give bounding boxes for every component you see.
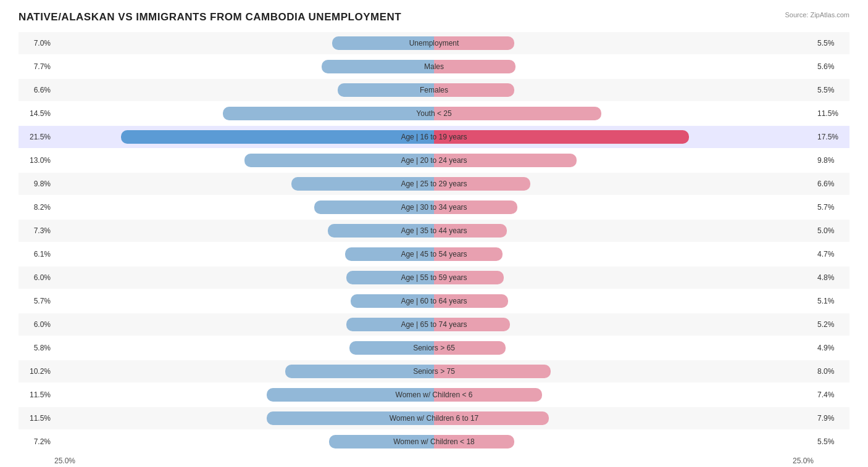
bar-right-value: 11.5% [814, 109, 849, 118]
native-bar [351, 294, 434, 308]
native-bar [346, 318, 434, 331]
axis-row: 25.0% 25.0% [19, 457, 849, 465]
bar-row: 6.0%Age | 65 to 74 years5.2% [19, 313, 849, 336]
bar-right-value: 17.5% [814, 133, 849, 141]
bar-row: 5.8%Seniors > 654.9% [19, 337, 849, 359]
bars-area: Age | 45 to 54 years [54, 243, 814, 265]
native-bar [291, 177, 434, 191]
bars-area: Age | 30 to 34 years [54, 196, 814, 218]
immigrant-bar [434, 271, 504, 284]
bars-area: Age | 16 to 19 years [54, 126, 814, 148]
native-bar [332, 36, 434, 50]
bar-row: 10.2%Seniors > 758.0% [19, 360, 849, 382]
bar-right-value: 5.5% [814, 86, 849, 94]
chart-body: 7.0%Unemployment5.5%7.7%Males5.6%6.6%Fem… [19, 32, 849, 453]
bar-right-value: 5.1% [814, 297, 849, 305]
immigrant-bar [434, 247, 503, 261]
bar-right-value: 5.6% [814, 62, 849, 71]
bar-row: 7.2%Women w/ Children < 185.5% [19, 431, 849, 453]
native-bar [285, 365, 434, 378]
bar-right-value: 5.7% [814, 203, 849, 212]
bar-right-value: 8.0% [814, 367, 849, 376]
bars-area: Females [54, 79, 814, 101]
bar-row: 6.6%Females5.5% [19, 79, 849, 101]
bar-row: 8.2%Age | 30 to 34 years5.7% [19, 196, 849, 218]
bar-row: 7.0%Unemployment5.5% [19, 32, 849, 54]
bars-area: Age | 65 to 74 years [54, 313, 814, 336]
native-bar [328, 224, 434, 238]
bars-area: Age | 20 to 24 years [54, 149, 814, 172]
bar-right-value: 5.5% [814, 437, 849, 446]
bar-right-value: 5.2% [814, 320, 849, 329]
bar-left-value: 11.5% [19, 391, 54, 399]
bar-left-value: 14.5% [19, 109, 54, 118]
bar-row: 21.5%Age | 16 to 19 years17.5% [19, 126, 849, 148]
immigrant-bar [434, 177, 530, 191]
bar-row: 11.5%Women w/ Children < 67.4% [19, 384, 849, 406]
bars-area: Age | 55 to 59 years [54, 267, 814, 289]
bar-left-value: 8.2% [19, 203, 54, 212]
axis-right: 25.0% [793, 457, 814, 465]
immigrant-bar [434, 294, 508, 308]
bar-right-value: 5.5% [814, 39, 849, 48]
native-bar [121, 130, 434, 144]
immigrant-bar [434, 341, 506, 355]
chart-source: Source: ZipAtlas.com [785, 11, 849, 19]
immigrant-bar [434, 36, 514, 50]
bar-left-value: 6.6% [19, 86, 54, 94]
immigrant-bar [434, 318, 510, 331]
immigrant-bar [434, 224, 507, 238]
bar-left-value: 9.8% [19, 180, 54, 188]
bars-area: Unemployment [54, 32, 814, 54]
bar-right-value: 6.6% [814, 180, 849, 188]
immigrant-bar [434, 154, 577, 167]
bar-left-value: 13.0% [19, 156, 54, 165]
bar-right-value: 5.0% [814, 226, 849, 235]
bar-row: 11.5%Women w/ Children 6 to 177.9% [19, 407, 849, 429]
native-bar [267, 388, 434, 402]
native-bar [267, 411, 434, 425]
bars-area: Women w/ Children 6 to 17 [54, 407, 814, 429]
immigrant-bar [434, 435, 514, 448]
bars-area: Women w/ Children < 6 [54, 384, 814, 406]
chart-title: NATIVE/ALASKAN VS IMMIGRANTS FROM CAMBOD… [19, 11, 401, 23]
bar-right-value: 7.9% [814, 414, 849, 423]
bar-left-value: 21.5% [19, 133, 54, 141]
immigrant-bar [434, 388, 542, 402]
bar-row: 7.3%Age | 35 to 44 years5.0% [19, 220, 849, 242]
bars-area: Seniors > 75 [54, 360, 814, 382]
native-bar [322, 60, 434, 73]
native-bar [338, 83, 434, 97]
native-bar [345, 247, 434, 261]
immigrant-bar [434, 365, 551, 378]
bar-right-value: 7.4% [814, 391, 849, 399]
native-bar [244, 154, 434, 167]
immigrant-bar [434, 200, 517, 214]
bar-row: 14.5%Youth < 2511.5% [19, 102, 849, 125]
immigrant-bar [434, 83, 514, 97]
bar-left-value: 7.2% [19, 437, 54, 446]
bar-left-value: 7.0% [19, 39, 54, 48]
bar-left-value: 6.0% [19, 273, 54, 282]
bars-area: Age | 60 to 64 years [54, 290, 814, 312]
native-bar [314, 200, 434, 214]
bar-right-value: 4.8% [814, 273, 849, 282]
bar-row: 5.7%Age | 60 to 64 years5.1% [19, 290, 849, 312]
bar-row: 6.0%Age | 55 to 59 years4.8% [19, 267, 849, 289]
bars-area: Males [54, 56, 814, 78]
chart-header: NATIVE/ALASKAN VS IMMIGRANTS FROM CAMBOD… [19, 11, 849, 23]
bars-area: Age | 35 to 44 years [54, 220, 814, 242]
native-bar [223, 107, 434, 120]
bar-row: 9.8%Age | 25 to 29 years6.6% [19, 173, 849, 195]
immigrant-bar [434, 107, 601, 120]
bar-right-value: 4.7% [814, 250, 849, 258]
bars-area: Seniors > 65 [54, 337, 814, 359]
bar-left-value: 6.0% [19, 320, 54, 329]
bars-area: Age | 25 to 29 years [54, 173, 814, 195]
bar-row: 13.0%Age | 20 to 24 years9.8% [19, 149, 849, 172]
bar-right-value: 9.8% [814, 156, 849, 165]
bar-row: 7.7%Males5.6% [19, 56, 849, 78]
bar-left-value: 5.8% [19, 344, 54, 352]
bar-right-value: 4.9% [814, 344, 849, 352]
bar-left-value: 5.7% [19, 297, 54, 305]
